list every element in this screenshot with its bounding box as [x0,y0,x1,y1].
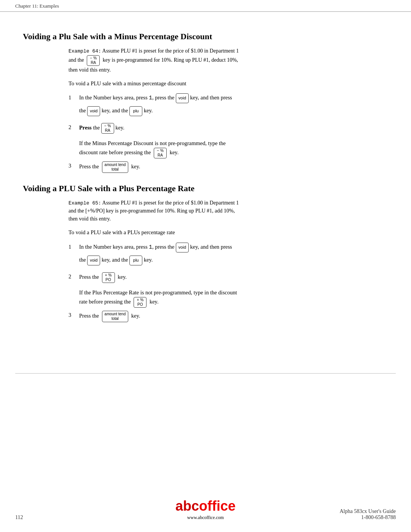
example2-text: Assume PLU #1 is preset for the price of… [102,200,239,206]
plus-po-key-if: + % PO [134,297,147,308]
s2-step3-content: Press the amount tend total key. [79,311,388,322]
footer-right-block: Alpha 583cx User's Guide 1-800-658-8788 [269,508,396,521]
section2-example: Example 65: Assume PLU #1 is preset for … [68,199,388,223]
plus-po-key-step2: + % PO [102,272,115,283]
example1-text2: key is pre-programmed for 10%. Ring up P… [103,57,238,63]
step3-num: 3 [68,161,79,173]
section1-steps: 1 In the Number keys area, press 1, pres… [68,93,388,173]
section2: Voiding a PLU Sale with a Plus Percentag… [23,184,388,322]
step1-text: In the Number keys area, press 1, press … [79,94,176,101]
footer-url: www.abcoffice.com [142,515,269,521]
section2-title: Voiding a PLU Sale with a Plus Percentag… [23,184,388,193]
s2-if-text: If the Plus Percentage Rate is not pre-p… [79,289,237,296]
example1-label: Example 64: [68,48,101,54]
s2-step1-text: In the Number keys area, press 1, press … [79,244,176,250]
void-key-2: void [87,106,100,116]
section1-example: Example 64: Assume PLU #1 is preset for … [68,47,388,74]
minus-ra-key-step2: − % RA [101,123,114,134]
section2-step1: 1 In the Number keys area, press 1, pres… [68,243,388,267]
plu-key-1: plu [129,106,142,116]
step1-end: key. [144,107,153,113]
section1-step2: 2 Press the − % RA key. [68,123,388,134]
example1-text3: then void this entry. [68,67,111,73]
footer: 112 abcoffice www.abcoffice.com Alpha 58… [0,498,411,521]
example2-text2: and the [+%/PO] key is pre-programmed fo… [68,208,235,214]
chapter-label: Chapter 11: Examples [15,3,59,9]
example1-and: and the [68,57,85,63]
section2-steps: 1 In the Number keys area, press 1, pres… [68,243,388,322]
section2-to-void: To void a PLU sale with a PLUs percentag… [68,228,388,237]
step1-content: In the Number keys area, press 1, press … [79,93,388,118]
s2-step1-continuation: the void key, and the plu key. [79,256,388,265]
s2-step2-content: Press the + % PO key. [79,272,388,283]
footer-brand-block: abcoffice www.abcoffice.com [142,498,269,521]
section1-if-para: If the Minus Percentage Discount is not … [79,139,388,158]
section1-step1: 1 In the Number keys area, press 1, pres… [68,93,388,118]
void-key-3: void [176,243,189,252]
footer-phone: 1-800-658-8788 [269,514,396,521]
example2-text3: then void this entry. [68,216,111,222]
section1-title: Voiding a Plu Sale with a Minus Percenta… [23,32,388,42]
amount-tend-total-key-1: amount tend total [102,161,129,173]
s2-step1-content: In the Number keys area, press 1, press … [79,243,388,267]
void-key-1: void [176,93,189,103]
s2-step1-text2: key, and then press [190,244,232,250]
step2-the: the [93,125,101,131]
footer-divider [15,373,396,374]
s2-step1-end: key. [144,257,153,263]
void-key-4: void [87,256,100,265]
section2-step2: 2 Press the + % PO key. [68,272,388,283]
minus-ra-key-inline: − % RA [87,55,100,66]
s2-step3-num: 3 [68,311,79,322]
step2-num: 2 [68,123,79,134]
section1-step3: 3 Press the amount tend total key. [68,161,388,173]
step1-continuation: the void key, and the plu key. [79,106,388,116]
section2-if-para: If the Plus Percentage Rate is not pre-p… [79,288,388,308]
s2-step1-the: the [79,257,87,263]
step1-and-the: key, and the [102,107,129,113]
step2-content: Press the − % RA key. [79,123,388,134]
plu-key-2: plu [129,256,142,265]
section1: Voiding a Plu Sale with a Minus Percenta… [23,32,388,173]
step2-key-label: key. [115,125,124,131]
s2-if-text2: rate before pressing the [79,299,132,305]
step1-the: the [79,107,87,113]
s2-step1-and-the: key, and the [102,257,129,263]
section1-to-void: To void a PLU sale with a minus percenta… [68,79,388,88]
section2-step3: 3 Press the amount tend total key. [68,311,388,322]
step2-bold: Press [79,125,92,131]
page-header: Chapter 11: Examples [0,0,411,12]
example1-text: Assume PLU #1 is preset for the price of… [102,48,239,54]
step1-num: 1 [68,93,79,118]
s2-step2-num: 2 [68,272,79,283]
example2-label: Example 65: [68,200,101,206]
footer-brand: abcoffice [142,498,269,514]
footer-page-num: 112 [15,514,142,521]
step1-text2: key, and then press [190,94,232,101]
minus-ra-key-if: − % RA [154,148,167,158]
footer-product: Alpha 583cx User's Guide [269,508,396,514]
s2-step2-press: Press the [79,274,100,280]
s2-step1-num: 1 [68,243,79,267]
amount-tend-total-key-2: amount tend total [102,311,129,322]
step3-content: Press the amount tend total key. [79,161,388,173]
